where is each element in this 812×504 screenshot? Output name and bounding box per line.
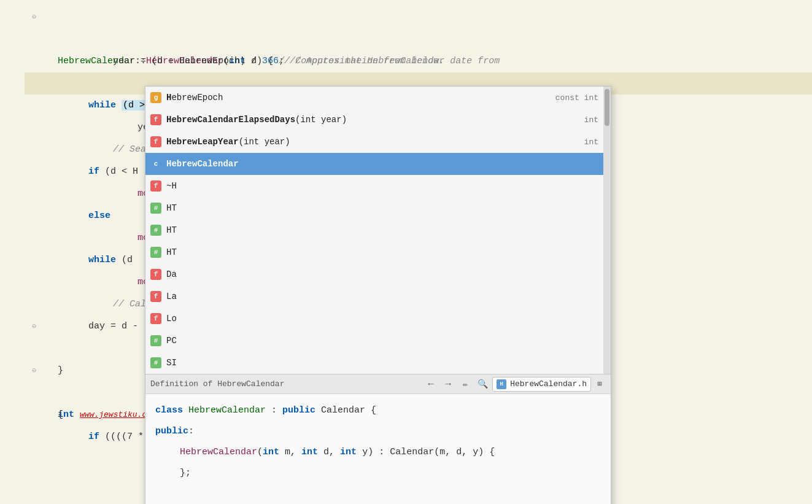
ac-item-name-5: ~H — [166, 181, 594, 191]
code-line-1: ⊖ HebrewCalendar::HebrewCalendar(int d) … — [25, 6, 812, 28]
def-code-line-4: }; — [155, 463, 601, 484]
code-line-3: // Search forward for year from the appr… — [25, 50, 812, 72]
def-code-line-3: HebrewCalendar(int m, int d, int y) : Ca… — [155, 442, 601, 463]
ac-item-hebrewleapyear[interactable]: f HebrewLeapYear(int year) int — [145, 131, 603, 153]
ac-item-lo[interactable]: f Lo — [145, 308, 603, 330]
ac-item-destructor[interactable]: f ~H — [145, 175, 603, 197]
ac-item-ht-2[interactable]: # HT — [145, 219, 603, 241]
ac-badge-g-1: g — [150, 92, 161, 103]
ac-item-name-9: Da — [166, 269, 594, 279]
ac-item-hebrewcalendar[interactable]: c HebrewCalendar — [145, 153, 603, 175]
def-code-line-1: class HebrewCalendar : public Calendar { — [155, 400, 601, 421]
def-nav-back-button[interactable]: ← — [423, 377, 438, 392]
ac-badge-hash-6: # — [150, 203, 161, 214]
ac-list-area: g HebrewEpoch const int f HebrewCalendar… — [145, 87, 611, 374]
ac-item-si[interactable]: # SI — [145, 352, 603, 374]
ac-item-name-12: PC — [166, 336, 594, 346]
pin-icon-1: ⊖ — [32, 6, 36, 28]
definition-panel: Definition of HebrewCalendar ← → ✏ 🔍 H H… — [145, 374, 611, 504]
ac-item-name-13: SI — [166, 358, 594, 368]
code-line-2: year = (d + HebrewEpoch) / 366; // Appro… — [25, 28, 812, 50]
ac-item-name-1: HebrewEpoch — [166, 93, 551, 103]
def-filename: HebrewCalendar.h — [510, 379, 587, 389]
def-search-button[interactable]: 🔍 — [475, 377, 490, 392]
ac-item-name-8: HT — [166, 247, 594, 257]
ac-item-name-6: HT — [166, 203, 594, 213]
def-expand-button[interactable]: ⊞ — [594, 378, 606, 390]
ac-item-hebrewcalendaredays[interactable]: f HebrewCalendarElapsedDays(int year) in… — [145, 109, 603, 131]
ac-item-type-2: int — [584, 115, 598, 125]
ac-badge-f-11: f — [150, 313, 161, 324]
ac-item-ht-3[interactable]: # HT — [145, 241, 603, 263]
ac-badge-hash-7: # — [150, 225, 161, 236]
ac-list: g HebrewEpoch const int f HebrewCalendar… — [145, 87, 603, 374]
def-filename-area: H HebrewCalendar.h — [492, 377, 591, 392]
ac-badge-hash-12: # — [150, 335, 161, 346]
pin-icon-17: ⊖ — [32, 360, 36, 382]
ac-badge-hash-13: # — [150, 357, 161, 368]
ac-item-name-3: HebrewLeapYear(int year) — [166, 137, 579, 147]
autocomplete-dropdown[interactable]: g HebrewEpoch const int f HebrewCalendar… — [145, 86, 611, 504]
ac-item-name-7: HT — [166, 225, 594, 235]
pin-icon-15: ⊖ — [32, 316, 36, 338]
ac-item-type-3: int — [584, 138, 598, 147]
definition-title: Definition of HebrewCalendar — [150, 379, 284, 389]
def-code: class HebrewCalendar : public Calendar {… — [145, 394, 611, 504]
ac-item-name-11: Lo — [166, 314, 594, 324]
ac-item-ht-1[interactable]: # HT — [145, 197, 603, 219]
def-nav-forward-button[interactable]: → — [441, 377, 455, 392]
def-header: Definition of HebrewCalendar ← → ✏ 🔍 H H… — [145, 374, 611, 394]
ac-item-name-2: HebrewCalendarElapsedDays(int year) — [166, 115, 579, 125]
ac-scrollbar[interactable] — [603, 87, 611, 374]
ac-item-name-10: La — [166, 292, 594, 301]
ac-scrollbar-thumb — [605, 89, 609, 126]
ac-item-name-4: HebrewCalendar — [166, 159, 594, 169]
def-code-line-5 — [155, 484, 601, 504]
code-editor: ⊖ HebrewCalendar::HebrewCalendar(int d) … — [0, 0, 812, 504]
ac-badge-f-2: f — [150, 114, 161, 125]
ac-item-la[interactable]: f La — [145, 285, 603, 308]
def-edit-button[interactable]: ✏ — [458, 377, 473, 392]
ac-item-type-1: const int — [555, 93, 598, 103]
ac-badge-f-5: f — [150, 180, 161, 192]
ac-badge-f-9: f — [150, 269, 161, 280]
ac-badge-c-4: c — [150, 158, 161, 169]
ac-item-pc[interactable]: # PC — [145, 330, 603, 352]
ac-item-hebrewepoch[interactable]: g HebrewEpoch const int — [145, 87, 603, 109]
file-icon: H — [497, 379, 506, 389]
def-code-line-2: public: — [155, 421, 601, 442]
ac-badge-f-3: f — [150, 136, 161, 147]
ac-badge-f-10: f — [150, 291, 161, 302]
ac-item-da[interactable]: f Da — [145, 263, 603, 285]
ac-badge-hash-8: # — [150, 247, 161, 258]
